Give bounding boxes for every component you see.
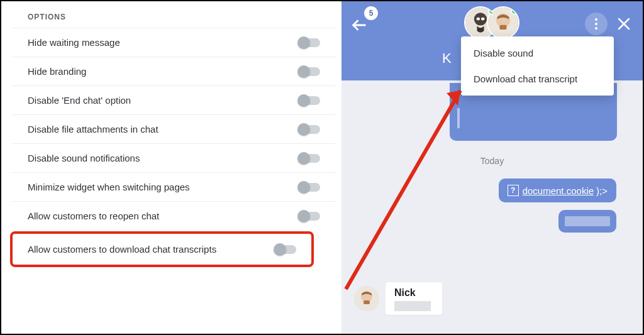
- close-button[interactable]: [614, 14, 634, 34]
- option-label: Disable file attachments in chat: [28, 124, 158, 135]
- message-tail-text: );>: [596, 185, 608, 196]
- svg-point-2: [474, 13, 487, 25]
- option-label: Disable sound notifications: [28, 153, 140, 163]
- toggle-hide-branding[interactable]: [299, 67, 320, 76]
- option-label: Hide branding: [28, 66, 86, 77]
- quote-bar-icon: [457, 108, 460, 128]
- vertical-dots-icon: [595, 18, 597, 31]
- option-label: Disable 'End chat' option: [28, 95, 131, 106]
- svg-rect-3: [477, 18, 480, 21]
- more-menu-button[interactable]: [585, 13, 608, 35]
- svg-rect-7: [500, 25, 507, 30]
- typing-placeholder-bar: [394, 301, 431, 311]
- toggle-disable-end-chat[interactable]: [299, 96, 320, 105]
- menu-disable-sound[interactable]: Disable sound: [461, 40, 614, 66]
- option-allow-reopen-chat: Allow customers to reopen chat: [13, 201, 335, 230]
- menu-download-transcript[interactable]: Download chat transcript: [461, 66, 614, 92]
- typing-box: Nick: [386, 282, 442, 315]
- option-hide-waiting-message: Hide waiting message: [13, 28, 335, 57]
- svg-rect-12: [364, 300, 370, 304]
- date-separator: Today: [341, 156, 643, 166]
- user-message-bubble-redacted: [558, 210, 616, 233]
- svg-rect-4: [481, 18, 485, 21]
- option-label: Hide waiting message: [28, 37, 120, 48]
- toggle-allow-download-transcripts[interactable]: [275, 245, 296, 254]
- user-message-bubble: ? document.cookie);>: [499, 178, 616, 202]
- close-icon: [618, 18, 630, 30]
- back-arrow-icon[interactable]: [350, 16, 368, 38]
- settings-panel: OPTIONS Hide waiting message Hide brandi…: [1, 1, 341, 334]
- options-header: OPTIONS: [13, 13, 335, 28]
- avatar: [354, 286, 379, 311]
- toggle-minimize-widget[interactable]: [299, 183, 320, 192]
- option-label: Allow customers to download chat transcr…: [28, 244, 216, 255]
- agent-avatars: [464, 6, 519, 39]
- option-label: Minimize widget when switching pages: [28, 182, 190, 192]
- option-minimize-widget: Minimize widget when switching pages: [13, 172, 335, 201]
- chat-menu-dropdown: Disable sound Download chat transcript: [461, 36, 614, 96]
- header-title-partial: K: [442, 50, 452, 67]
- status-online-icon: [511, 6, 519, 15]
- toggle-hide-waiting-message[interactable]: [299, 38, 320, 47]
- toggle-disable-sound-notifications[interactable]: [299, 154, 320, 163]
- chat-widget: 5 K Disable sound: [341, 1, 643, 334]
- option-label: Allow customers to reopen chat: [28, 211, 159, 221]
- message-link-text: document.cookie: [523, 185, 594, 196]
- notification-badge: 5: [364, 6, 378, 20]
- typing-indicator: Nick: [354, 282, 442, 315]
- highlighted-option-box: Allow customers to download chat transcr…: [10, 231, 314, 267]
- option-disable-file-attachments: Disable file attachments in chat: [13, 114, 335, 143]
- toggle-allow-reopen-chat[interactable]: [299, 212, 320, 221]
- option-hide-branding: Hide branding: [13, 57, 335, 85]
- avatar: [487, 6, 519, 39]
- typing-user-name: Nick: [394, 287, 431, 299]
- option-disable-sound-notifications: Disable sound notifications: [13, 143, 335, 172]
- question-mark-icon: ?: [508, 185, 519, 196]
- option-allow-download-transcripts: Allow customers to download chat transcr…: [13, 234, 311, 265]
- toggle-disable-file-attachments[interactable]: [299, 125, 320, 134]
- option-disable-end-chat: Disable 'End chat' option: [13, 85, 335, 114]
